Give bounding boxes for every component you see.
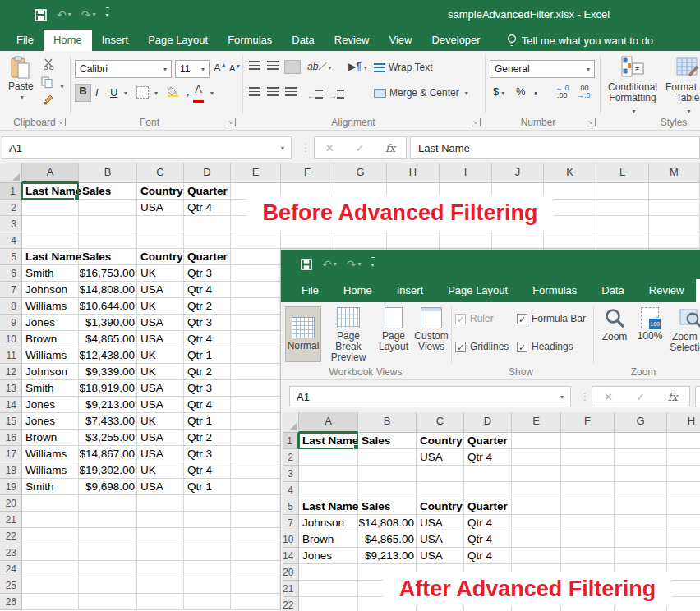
cell-B18[interactable]: $19,302.00 (79, 462, 137, 479)
row-header-13[interactable]: 13 (0, 380, 22, 397)
shrink-font-button[interactable]: A▼ (229, 63, 241, 73)
cell-D15[interactable]: Qtr 1 (184, 413, 231, 430)
cell-A16[interactable]: Brown (22, 430, 79, 446)
cell-C14[interactable]: USA (137, 397, 184, 413)
cell-D14[interactable]: Qtr 4 (464, 548, 512, 564)
cell-B11[interactable]: $12,438.00 (79, 347, 137, 364)
save-icon[interactable] (35, 9, 47, 21)
column-header-C[interactable]: C (137, 163, 184, 183)
gridlines-checkbox[interactable]: ✓Gridlines (455, 341, 509, 352)
paste-dropdown-icon[interactable]: ▾ (21, 94, 24, 101)
column-header-B[interactable]: B (79, 163, 137, 183)
cell-B19[interactable]: $9,698.00 (79, 479, 137, 495)
grow-font-button[interactable]: A▲ (214, 62, 227, 74)
cell-C8[interactable]: UK (137, 298, 184, 315)
cell-A5[interactable]: Last Name (22, 249, 79, 265)
font-name-combo[interactable]: Calibri▾ (75, 60, 172, 78)
row-header-14[interactable]: 14 (283, 548, 299, 564)
row-header-22[interactable]: 22 (0, 528, 22, 544)
cell-D19[interactable]: Qtr 1 (184, 479, 231, 495)
cell-C17[interactable]: USA (137, 446, 184, 462)
row-header-2[interactable]: 2 (0, 200, 22, 216)
column-header-E[interactable]: E (512, 412, 561, 433)
cell-C2[interactable]: USA (417, 449, 464, 466)
row-header-17[interactable]: 17 (0, 446, 22, 462)
column-header-D[interactable]: D (464, 412, 512, 433)
cell-D1[interactable]: Quarter (464, 433, 512, 449)
row-header-24[interactable]: 24 (0, 561, 22, 577)
column-header-B[interactable]: B (358, 412, 417, 433)
row-header-3[interactable]: 3 (0, 216, 22, 232)
normal-view-button[interactable]: Normal (286, 307, 320, 361)
row-header-23[interactable]: 23 (0, 544, 22, 561)
cell-A15[interactable]: Jones (22, 413, 79, 430)
borders-icon[interactable] (136, 86, 149, 99)
redo-icon[interactable]: ↷▾ (81, 8, 96, 21)
cell-D5[interactable]: Quarter (184, 249, 231, 265)
cell-C5[interactable]: Country (137, 249, 184, 265)
font-color-icon[interactable]: A (193, 85, 204, 104)
column-header-L[interactable]: L (596, 163, 649, 183)
overlay-name-box[interactable]: A1▾ (289, 386, 571, 407)
overlay-tab-review[interactable]: Review (637, 279, 697, 302)
cell-C2[interactable]: USA (137, 200, 184, 216)
cell-C15[interactable]: UK (137, 413, 184, 430)
row-header-19[interactable]: 19 (0, 479, 22, 495)
decrease-indent-icon[interactable]: ← (307, 87, 323, 102)
column-header-H[interactable]: H (667, 412, 700, 433)
cell-B1[interactable]: Sales (358, 433, 417, 449)
cell-A8[interactable]: Williams (22, 298, 79, 315)
cell-B10[interactable]: $4,865.00 (79, 331, 137, 347)
tab-page-layout[interactable]: Page Layout (138, 30, 218, 51)
row-header-20[interactable]: 20 (0, 495, 22, 512)
cell-D7[interactable]: Qtr 4 (464, 515, 512, 531)
orientation-icon[interactable]: ab⟋▾ (307, 61, 331, 72)
row-header-10[interactable]: 10 (0, 331, 22, 347)
cell-C13[interactable]: USA (137, 380, 184, 397)
cell-B17[interactable]: $14,867.00 (79, 446, 137, 462)
cell-D2[interactable]: Qtr 4 (184, 200, 231, 216)
cell-C14[interactable]: USA (417, 548, 464, 564)
cell-D10[interactable]: Qtr 4 (184, 331, 231, 347)
cell-D2[interactable]: Qtr 4 (464, 449, 512, 466)
zoom-to-selection-button[interactable]: Zoom to Selection (669, 307, 700, 353)
row-header-1[interactable]: 1 (0, 183, 22, 200)
cell-C1[interactable]: Country (137, 183, 184, 200)
overlay-tab-home[interactable]: Home (331, 279, 385, 302)
cell-A17[interactable]: Williams (22, 446, 79, 462)
row-header-14[interactable]: 14 (0, 397, 22, 413)
customize-qat-icon[interactable]: ▾ (106, 7, 109, 22)
column-header-D[interactable]: D (184, 163, 231, 183)
tell-me-box[interactable]: Tell me what you want to do (499, 30, 661, 51)
cell-D11[interactable]: Qtr 1 (184, 347, 231, 364)
column-header-G[interactable]: G (334, 163, 387, 183)
formula-bar-checkbox[interactable]: ✓Formula Bar (517, 313, 586, 324)
overlay-tab-view[interactable]: View (696, 279, 700, 302)
percent-button[interactable]: % (516, 85, 526, 98)
cell-A9[interactable]: Jones (22, 315, 79, 331)
format-painter-icon[interactable] (43, 94, 54, 108)
cell-A5[interactable]: Last Name (299, 498, 358, 515)
row-header-18[interactable]: 18 (0, 462, 22, 479)
row-header-9[interactable]: 9 (0, 315, 22, 331)
overlay-enter-icon[interactable]: ✓ (636, 391, 645, 403)
column-header-J[interactable]: J (492, 163, 544, 183)
align-right-icon[interactable] (285, 87, 297, 96)
row-header-6[interactable]: 6 (0, 265, 22, 282)
name-box[interactable]: A1▾ (2, 136, 292, 159)
cell-C7[interactable]: USA (137, 282, 184, 298)
row-header-7[interactable]: 7 (283, 515, 299, 531)
overlay-tab-file[interactable]: File (289, 279, 331, 302)
page-break-preview-button[interactable]: Page Break Preview (324, 307, 373, 363)
column-header-M[interactable]: M (649, 163, 700, 183)
font-size-combo[interactable]: 11▾ (175, 60, 210, 78)
borders-dropdown-icon[interactable]: ▾ (154, 90, 158, 97)
row-header-22[interactable]: 22 (283, 597, 299, 611)
row-header-3[interactable]: 3 (283, 466, 299, 482)
overlay-save-icon[interactable] (301, 259, 312, 270)
align-middle-icon[interactable] (267, 61, 279, 70)
wrap-text-button[interactable]: Wrap Text (374, 62, 433, 73)
column-header-K[interactable]: K (544, 163, 596, 183)
row-header-15[interactable]: 15 (0, 413, 22, 430)
cell-B10[interactable]: $4,865.00 (358, 531, 417, 548)
